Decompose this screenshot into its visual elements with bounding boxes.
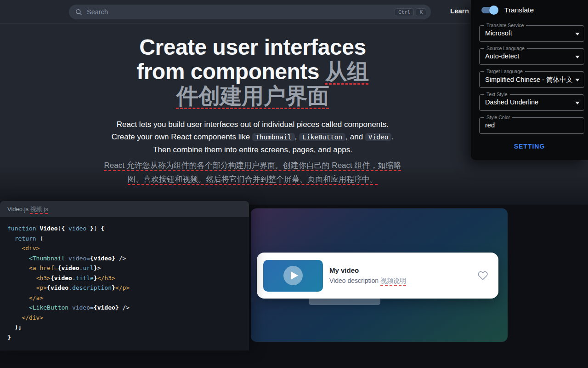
- chevron-down-icon: [575, 79, 580, 81]
- video-preview-panel: My video Video description 视频说明: [251, 208, 508, 342]
- code-content[interactable]: function Video({ video }) { return ( <di…: [0, 217, 249, 349]
- chevron-down-icon: [575, 56, 580, 58]
- text-style-label: Text Style: [484, 92, 510, 97]
- target-language-label: Target Language: [484, 69, 525, 74]
- style-color-label: Style Color: [484, 115, 512, 120]
- code-editor-panel: Video.js 视频.js function Video({ video })…: [0, 201, 249, 351]
- source-language-select[interactable]: Source Language Auto-detect: [479, 48, 584, 65]
- page-title: Create user interfaces from components 从…: [0, 35, 505, 108]
- translate-service-label: Translate Service: [484, 23, 526, 28]
- zh-paragraph-line1: React 允许您从称为组件的各个部分构建用户界面。创建你自己的 React 组…: [104, 161, 401, 170]
- chevron-down-icon: [575, 102, 580, 104]
- hero-paragraph-zh-translated: React 允许您从称为组件的各个部分构建用户界面。创建你自己的 React 组…: [0, 159, 505, 186]
- video-meta: My video Video description 视频说明: [329, 266, 477, 285]
- translate-toggle-label: Translate: [504, 6, 534, 14]
- video-title: My video: [329, 266, 477, 274]
- play-icon: [283, 265, 304, 286]
- title-line-2: from components 从组: [0, 59, 505, 84]
- title-line-3: 件创建用户界面: [0, 84, 505, 108]
- chevron-down-icon: [575, 33, 580, 35]
- code-tab-videojs[interactable]: Video.js 视频.js: [7, 205, 48, 213]
- translate-service-select[interactable]: Translate Service Microsoft: [479, 25, 584, 42]
- code-editor-header: Video.js 视频.js: [0, 201, 249, 217]
- search-input[interactable]: Search Ctrl K: [69, 5, 431, 19]
- heart-icon: [477, 270, 488, 281]
- target-language-select[interactable]: Target Language Simplified Chinese - 简体中…: [479, 71, 584, 88]
- hero-p-line3: Then combine them into entire screens, p…: [153, 145, 352, 154]
- code-tab-zh-translated: 视频.js: [30, 206, 48, 213]
- source-language-label: Source Language: [484, 46, 527, 51]
- setting-button[interactable]: SETTING: [471, 143, 588, 150]
- video-thumbnail[interactable]: [263, 260, 323, 292]
- search-icon: [75, 9, 82, 16]
- toggle-switch-icon: [481, 6, 497, 15]
- nav-link-learn[interactable]: Learn: [450, 7, 469, 15]
- shortcut-k-key: K: [416, 8, 426, 16]
- title-line2-en: from components: [136, 59, 325, 84]
- hero-p-line1: React lets you build user interfaces out…: [117, 120, 389, 129]
- like-button[interactable]: [477, 270, 488, 281]
- page: Create user interfaces from components 从…: [0, 0, 588, 368]
- hero-paragraph: React lets you build user interfaces out…: [0, 118, 505, 156]
- video-description: Video description 视频说明: [329, 277, 477, 285]
- text-style-select[interactable]: Text Style Dashed Underline: [479, 94, 584, 111]
- inline-code-likebutton: LikeButton: [299, 133, 345, 141]
- zh-paragraph-line2: 图、喜欢按钮和视频。然后将它们合并到整个屏幕、页面和应用程序中。: [128, 175, 378, 184]
- title-line2-zh-translated: 从组: [325, 59, 369, 84]
- inline-code-thumbnail: Thumbnail: [252, 133, 295, 141]
- inline-code-video: Video: [365, 133, 392, 141]
- video-card: My video Video description 视频说明: [257, 253, 498, 299]
- hero-p-line2: Create your own React components like Th…: [112, 132, 394, 141]
- hero-content: Create user interfaces from components 从…: [0, 35, 505, 186]
- shortcut-ctrl-key: Ctrl: [395, 8, 414, 16]
- search-placeholder: Search: [87, 8, 393, 16]
- video-description-zh-translated: 视频说明: [380, 277, 406, 284]
- title-line3-zh-translated: 件创建用户界面: [176, 84, 329, 108]
- translate-toggle[interactable]: Translate: [481, 6, 534, 15]
- translate-extension-panel: Translate Translate Service Microsoft So…: [471, 0, 588, 160]
- style-color-field[interactable]: Style Color red: [479, 117, 584, 134]
- title-line-1: Create user interfaces: [0, 35, 505, 59]
